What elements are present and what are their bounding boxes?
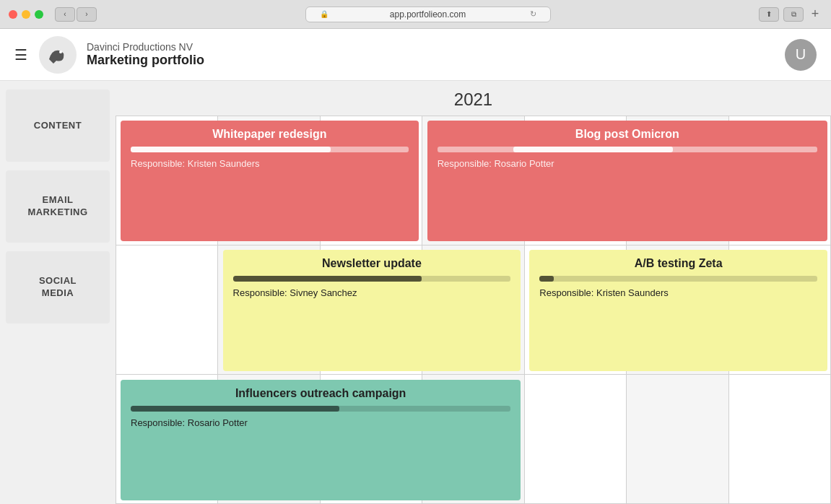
close-button[interactable]	[9, 10, 17, 19]
company-name: Davinci Productions NV	[87, 41, 204, 53]
address-bar: 🔒 app.portfolieon.com ↻	[103, 6, 753, 22]
portfolio-name: Marketing portfolio	[87, 53, 204, 68]
progress-bar-background	[438, 147, 817, 152]
gantt-card-ab-testing[interactable]: A/B testing ZetaResponsible: Kristen Sau…	[529, 250, 827, 370]
sidebar: CONTENT EMAILMARKETING SOCIALMEDIA	[0, 81, 116, 504]
gantt-card-whitepaper[interactable]: Whitepaper redesignResponsible: Kristen …	[121, 121, 419, 241]
card-title: A/B testing Zeta	[539, 257, 817, 270]
tab-overview-button[interactable]: ⧉	[783, 7, 804, 22]
browser-actions: ⬆ ⧉ +	[759, 7, 822, 22]
user-avatar[interactable]: U	[785, 39, 817, 71]
card-responsible: Responsible: Kristen Saunders	[131, 158, 409, 169]
logo-icon	[39, 36, 77, 74]
nav-buttons: ‹ ›	[55, 7, 97, 22]
url-input[interactable]: app.portfolieon.com	[305, 6, 551, 22]
progress-bar-fill	[233, 276, 422, 282]
minimize-button[interactable]	[22, 10, 30, 19]
grid-cell	[116, 246, 218, 375]
maximize-button[interactable]	[35, 10, 43, 19]
browser-chrome: ‹ › 🔒 app.portfolieon.com ↻ ⬆ ⧉ +	[0, 0, 831, 29]
progress-bar-fill	[131, 147, 331, 152]
forward-button[interactable]: ›	[77, 7, 97, 22]
logo-area: Davinci Productions NV Marketing portfol…	[39, 36, 785, 74]
progress-bar-fill	[539, 276, 553, 282]
new-tab-button[interactable]: +	[808, 7, 822, 22]
card-title: Whitepaper redesign	[131, 128, 409, 141]
reload-icon[interactable]: ↻	[530, 9, 536, 19]
progress-bar-background	[233, 276, 511, 282]
card-responsible: Responsible: Sivney Sanchez	[233, 287, 511, 298]
gantt-card-newsletter[interactable]: Newsletter updateResponsible: Sivney San…	[223, 250, 521, 370]
card-responsible: Responsible: Rosario Potter	[438, 158, 817, 169]
grid-cell	[525, 375, 627, 504]
back-button[interactable]: ‹	[55, 7, 75, 22]
sidebar-item-email-marketing[interactable]: EMAILMARKETING	[6, 170, 110, 243]
app: ☰ Davinci Productions NV Marketing portf…	[0, 29, 831, 504]
progress-bar-fill	[513, 147, 673, 152]
progress-bar-fill	[131, 406, 339, 412]
gantt-area: 2021	[116, 81, 831, 504]
grid-cell	[729, 375, 831, 504]
card-responsible: Responsible: Kristen Saunders	[539, 287, 817, 298]
hamburger-menu[interactable]: ☰	[14, 46, 27, 64]
progress-bar-background	[539, 276, 817, 282]
card-title: Newsletter update	[233, 257, 511, 270]
traffic-lights	[9, 10, 43, 19]
progress-bar-background	[131, 406, 510, 412]
logo-text: Davinci Productions NV Marketing portfol…	[87, 41, 204, 68]
main-content: CONTENT EMAILMARKETING SOCIALMEDIA 2021	[0, 81, 831, 504]
progress-bar-background	[131, 147, 409, 152]
svg-point-1	[59, 51, 62, 53]
sidebar-item-social-media[interactable]: SOCIALMEDIA	[6, 251, 110, 323]
lock-icon: 🔒	[320, 10, 329, 18]
year-header: 2021	[116, 81, 831, 116]
card-title: Blog post Omicron	[438, 128, 817, 141]
sidebar-item-content[interactable]: CONTENT	[6, 90, 110, 162]
gantt-card-blog-post[interactable]: Blog post OmicronResponsible: Rosario Po…	[427, 121, 827, 241]
gantt-grid: Whitepaper redesignResponsible: Kristen …	[116, 116, 831, 504]
card-responsible: Responsible: Rosario Potter	[131, 417, 510, 428]
gantt-card-influencers[interactable]: Influencers outreach campaignResponsible…	[121, 380, 521, 500]
header: ☰ Davinci Productions NV Marketing portf…	[0, 29, 831, 81]
card-title: Influencers outreach campaign	[131, 387, 510, 400]
share-button[interactable]: ⬆	[759, 7, 779, 22]
grid-cell	[627, 375, 728, 504]
